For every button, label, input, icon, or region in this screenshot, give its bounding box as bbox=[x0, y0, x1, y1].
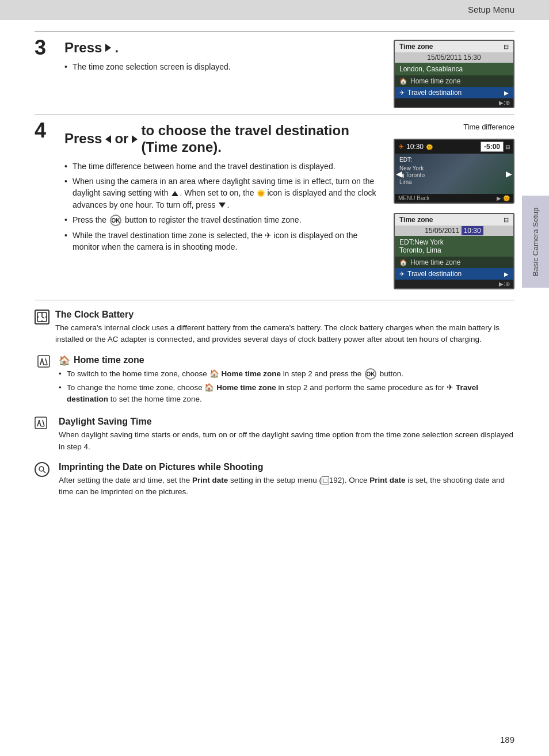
step-4-bullet-4: While the travel destination time zone i… bbox=[64, 230, 378, 253]
time-diff-label: Time difference bbox=[394, 123, 514, 131]
down-arrow-icon bbox=[219, 203, 226, 208]
svg-point-19 bbox=[39, 467, 44, 471]
clock-battery-note: The Clock Battery The camera's internal … bbox=[35, 310, 514, 346]
cam-screen-1-location: London, Casablanca bbox=[395, 63, 513, 75]
cam-screen-2: Time zone ⊟ 15/05/2011 10:30 EDT:New Yor… bbox=[394, 213, 514, 289]
cam-screen-2-footer: ▶:⊕ bbox=[395, 280, 513, 288]
step-4-bullet-2: When using the camera in an area where d… bbox=[64, 175, 378, 211]
cam-screen-2-menu-home: 🏠 Home time zone bbox=[395, 257, 513, 268]
cam-screen-1-icon: ⊟ bbox=[504, 43, 509, 51]
step-4-bullets: The time difference between home and the… bbox=[64, 161, 378, 253]
cam-screen-2-menu-travel: ✈ Travel destination ▶ bbox=[395, 268, 513, 280]
travel-icon-2: ✈ bbox=[399, 270, 405, 278]
svg-line-17 bbox=[43, 420, 44, 426]
ok-btn-inline-1: OK bbox=[365, 368, 376, 380]
print-date-bold-2: Print date bbox=[369, 476, 405, 484]
map-city-newyork: New York bbox=[399, 165, 425, 171]
step-3-title: Press . bbox=[64, 40, 378, 56]
svg-line-20 bbox=[44, 471, 46, 473]
cam-screen-2-icon: ⊟ bbox=[504, 216, 509, 224]
home-icon-2: 🏠 bbox=[399, 259, 407, 266]
cam-screen-1-title: Time zone bbox=[399, 43, 433, 51]
page-ref-icon: □ bbox=[322, 476, 329, 484]
step4-arrow-right-icon bbox=[132, 135, 138, 143]
step-3-image-area: Time zone ⊟ 15/05/2011 15:30 London, Cas… bbox=[388, 40, 514, 108]
pencil-icon-2 bbox=[35, 417, 47, 429]
cam-screen-1-menu-travel: ✈ Travel destination ▶ bbox=[395, 87, 513, 98]
pencil-icon-1 bbox=[37, 355, 50, 368]
clock-battery-title-text: The Clock Battery bbox=[55, 310, 134, 320]
home-time-zone-content: 🏠 Home time zone To switch to the home t… bbox=[59, 355, 514, 408]
step3-arrow-right-icon bbox=[105, 44, 111, 52]
clock-battery-title: The Clock Battery bbox=[55, 310, 514, 320]
cam-map-footer: MENU Back ▶:🌞 bbox=[395, 194, 513, 203]
step4-or-label: or bbox=[115, 131, 128, 147]
cam-map-body: EDT: New York ◀ Toronto Lima ◀ ▶ bbox=[395, 154, 513, 194]
travel-icon-1: ✈ bbox=[399, 89, 405, 97]
step-4-content: Press or to choose the travel destinatio… bbox=[64, 123, 378, 257]
home-icon-inline-2: 🏠 bbox=[204, 383, 214, 392]
daylight-saving-content: Daylight Saving Time When daylight savin… bbox=[59, 417, 514, 453]
map-bg: EDT: New York ◀ Toronto Lima ◀ ▶ bbox=[395, 154, 513, 194]
up-arrow-icon bbox=[171, 191, 178, 196]
map-arrow-left-icon: ◀ bbox=[396, 169, 402, 178]
home-icon-1: 🏠 bbox=[399, 78, 407, 85]
travel-arrow-1: ▶ bbox=[504, 90, 509, 96]
imprinting-content: Imprinting the Date on Pictures while Sh… bbox=[59, 462, 514, 498]
home-time-zone-title: 🏠 Home time zone bbox=[59, 355, 514, 366]
step-4-block: 4 Press or to choose the travel destinat… bbox=[35, 114, 514, 289]
map-footer-icons: ▶:🌞 bbox=[497, 195, 510, 201]
step-3-number: 3 bbox=[35, 37, 59, 58]
clock-battery-content: The Clock Battery The camera's internal … bbox=[55, 310, 514, 346]
step-4-image-area: Time difference ✈ 10:30 🌞 -5:00 ⊟ EDT: N… bbox=[388, 123, 514, 289]
map-time: 10:30 bbox=[406, 143, 424, 151]
home-note-icons bbox=[35, 355, 53, 368]
cam-screen-2-time: 10:30 bbox=[462, 226, 483, 235]
cam-screen-1-footer: ▶:⊕ bbox=[395, 98, 513, 107]
imprinting-title: Imprinting the Date on Pictures while Sh… bbox=[59, 462, 514, 472]
home-tz-bullet-1: To switch to the home time zone, choose … bbox=[59, 368, 514, 380]
daylight-note-icon bbox=[35, 417, 53, 432]
map-city-lima: Lima bbox=[399, 179, 425, 185]
map-top-icon: ⊟ bbox=[505, 144, 510, 150]
map-edt-label: EDT: bbox=[399, 156, 412, 163]
sidebar-label: Basic Camera Setup bbox=[522, 196, 549, 288]
imprinting-note-icon bbox=[35, 462, 53, 477]
cam-screen-1-datetime: 15/05/2011 15:30 bbox=[395, 52, 513, 63]
step-3-bullets: The time zone selection screen is displa… bbox=[64, 61, 378, 72]
map-city-toronto: ◀ Toronto bbox=[399, 172, 425, 178]
home-time-zone-title-text: Home time zone bbox=[74, 355, 144, 365]
step4-press-label: Press bbox=[64, 131, 102, 147]
cam-map-top: ✈ 10:30 🌞 -5:00 ⊟ bbox=[395, 140, 513, 154]
cam-screen-2-datetime: 15/05/2011 10:30 bbox=[395, 226, 513, 236]
cam-screen-2-title: Time zone bbox=[399, 216, 433, 224]
daylight-saving-title: Daylight Saving Time bbox=[59, 417, 514, 427]
time-diff-box: -5:00 bbox=[481, 142, 504, 152]
clock-svg bbox=[37, 312, 47, 322]
imprinting-title-text: Imprinting the Date on Pictures while Sh… bbox=[59, 462, 264, 472]
cam-screen-map: ✈ 10:30 🌞 -5:00 ⊟ EDT: New York ◀ Toront… bbox=[394, 139, 514, 204]
map-dst-icon: 🌞 bbox=[426, 144, 433, 150]
cam-screen-2-location: EDT:New YorkToronto, Lima bbox=[395, 236, 513, 257]
step-3-content: Press . The time zone selection screen i… bbox=[64, 40, 378, 76]
header-bar: Setup Menu bbox=[0, 0, 549, 20]
cam-screen-2-header: Time zone ⊟ bbox=[395, 214, 513, 226]
clock-battery-text: The camera's internal clock uses a diffe… bbox=[55, 322, 514, 346]
home-tz-bullet-2: To change the home time zone, choose 🏠 H… bbox=[59, 382, 514, 406]
home-icon-label: 🏠 bbox=[59, 355, 70, 366]
imprinting-note: Imprinting the Date on Pictures while Sh… bbox=[35, 462, 514, 498]
svg-rect-7 bbox=[38, 356, 49, 367]
search-icon bbox=[37, 465, 47, 474]
step4-arrow-left-icon bbox=[105, 135, 111, 143]
travel-icon-inline: ✈ bbox=[447, 383, 453, 392]
home-time-zone-bullets: To switch to the home time zone, choose … bbox=[59, 368, 514, 406]
imprinting-text: After setting the date and time, set the… bbox=[59, 475, 514, 498]
cam-screen-1-header: Time zone ⊟ bbox=[395, 41, 513, 52]
step3-period: . bbox=[115, 40, 119, 56]
clock-battery-icon bbox=[35, 310, 49, 324]
cam-screen-2-date: 15/05/2011 bbox=[425, 227, 461, 235]
step3-press-label: Press bbox=[64, 40, 102, 56]
cam-screen-1-menu-home: 🏠 Home time zone bbox=[395, 75, 513, 87]
daylight-saving-text: When daylight saving time starts or ends… bbox=[59, 429, 514, 453]
header-title: Setup Menu bbox=[468, 5, 514, 14]
